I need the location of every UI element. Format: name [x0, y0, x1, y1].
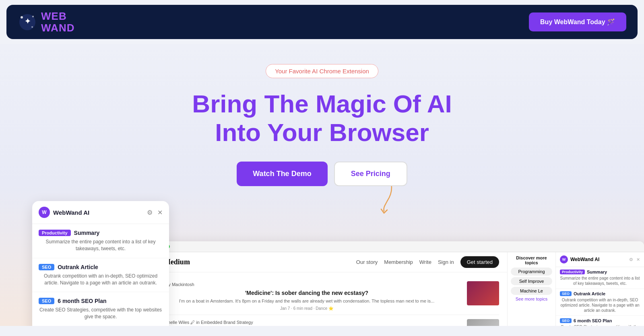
mini-productivity-tag: Productivity — [560, 270, 585, 274]
article-meta: Jan 7 · 6 min read · Dance ⭐ — [153, 306, 460, 311]
widget-title-area: W WebWand AI — [39, 207, 89, 218]
table-row: Michelle Wiles 🖊 in Embedded Brand Strat… — [153, 315, 499, 326]
list-item: Productivity Summary Summarize the entir… — [556, 267, 644, 289]
mini-item-title: Summary — [587, 270, 607, 274]
mini-seo-tag: SEO — [560, 291, 572, 296]
mini-item-title: Outrank Article — [574, 291, 605, 296]
mini-widget-title-area: W WebWand AI — [560, 255, 599, 263]
svg-point-4 — [31, 26, 33, 28]
mini-item-header: SEO 6 month SEO Plan — [560, 318, 640, 323]
membership-link[interactable]: Membership — [384, 259, 413, 265]
productivity-tag: Productivity — [39, 230, 71, 236]
logo-name: WEB WAND — [41, 10, 74, 33]
mini-widget-controls: ⚙ ✕ — [629, 257, 640, 262]
item-desc: Create SEO Strategies, competitive with … — [39, 307, 163, 320]
article-excerpt: I'm on a boat in Amsterdam. It's 8pm on … — [153, 298, 460, 304]
mini-item-header: SEO Outrank Article — [560, 291, 640, 296]
list-item: SEO Outrank Article Outrank competition … — [556, 289, 644, 316]
widget-controls: ⚙ ✕ — [147, 209, 163, 216]
item-desc: Summarize the entire page content into a… — [39, 239, 163, 252]
close-icon[interactable]: ✕ — [157, 209, 163, 216]
settings-icon[interactable]: ⚙ — [147, 209, 153, 216]
see-more-topics-link[interactable]: See more topics — [511, 297, 552, 301]
item-header: Productivity Summary — [39, 230, 163, 236]
mini-item-header: Productivity Summary — [560, 270, 640, 274]
list-item: SEO Outrank Article Outrank competition … — [32, 258, 169, 292]
svg-point-3 — [32, 16, 34, 17]
discover-title: Discover more topics — [511, 255, 552, 265]
hero-section: Your Favorite AI Chrome Extension Bring … — [0, 44, 644, 326]
svg-text:✦: ✦ — [25, 17, 31, 25]
our-story-link[interactable]: Our story — [356, 259, 378, 265]
mini-close-icon[interactable]: ✕ — [636, 257, 640, 262]
widget-header: W WebWand AI ⚙ ✕ — [32, 201, 169, 224]
article-title: 'Medicine': Is sober dancing the new ecs… — [153, 289, 460, 297]
item-title: Summary — [74, 230, 100, 236]
navbar: ✦ WEB WAND Buy WebWand Today 🪄 — [6, 5, 638, 39]
article-text: Polly Mackintosh 'Medicine': Is sober da… — [153, 281, 460, 311]
browser-screenshot: ●▮ Medium Our story Membership Write Sig… — [145, 241, 644, 326]
hero-buttons: Watch The Demo See Pricing — [8, 162, 636, 186]
item-header: SEO 6 month SEO Plan — [39, 298, 163, 304]
watch-demo-button[interactable]: Watch The Demo — [237, 162, 327, 186]
hero-title: Bring The Magic Of AI Into Your Browser — [8, 89, 636, 147]
article-author: Polly Mackintosh — [153, 281, 460, 288]
hero-badge: Your Favorite AI Chrome Extension — [266, 64, 378, 78]
list-item: Productivity Summary Summarize the entir… — [32, 224, 169, 258]
medium-articles: Polly Mackintosh 'Medicine': Is sober da… — [145, 272, 507, 326]
browser-content: ●▮ Medium Our story Membership Write Sig… — [145, 252, 644, 326]
article-author: Michelle Wiles 🖊 in Embedded Brand Strat… — [153, 319, 460, 326]
buy-button[interactable]: Buy WebWand Today 🪄 — [529, 12, 626, 31]
article-image — [467, 319, 499, 326]
mini-item-title: 6 month SEO Plan — [574, 318, 612, 323]
mini-widget-name: WebWand AI — [570, 257, 599, 262]
item-header: SEO Outrank Article — [39, 264, 163, 270]
table-row: Polly Mackintosh 'Medicine': Is sober da… — [153, 277, 499, 315]
seo-tag: SEO — [39, 264, 54, 270]
medium-page: ●▮ Medium Our story Membership Write Sig… — [145, 252, 507, 326]
logo-text: WEB WAND — [41, 10, 74, 33]
logo: ✦ WEB WAND — [18, 10, 74, 33]
item-title: Outrank Article — [58, 264, 98, 270]
article-image — [467, 281, 499, 305]
webwand-widget-panel: W WebWand AI ⚙ ✕ Productivity Summary Su… — [32, 201, 169, 326]
mini-widget-avatar: W — [560, 255, 568, 263]
mini-settings-icon[interactable]: ⚙ — [629, 257, 633, 262]
mini-widget-header: W WebWand AI ⚙ ✕ — [556, 252, 644, 267]
mini-item-desc: Summarize the entire page content into a… — [560, 276, 640, 286]
mini-webwand-widget: W WebWand AI ⚙ ✕ Productivity Summary Su… — [555, 252, 644, 326]
see-pricing-button[interactable]: See Pricing — [334, 162, 407, 186]
item-title: 6 month SEO Plan — [58, 298, 106, 304]
svg-point-2 — [21, 16, 23, 19]
logo-icon: ✦ — [18, 12, 37, 32]
seo-tag: SEO — [39, 298, 54, 304]
sign-in-link[interactable]: Sign in — [438, 259, 454, 265]
mini-item-desc: Outrank competition with an in-depth, SE… — [560, 297, 640, 313]
browser-bar — [145, 241, 644, 252]
widget-name: WebWand AI — [53, 209, 89, 216]
medium-nav-links: Our story Membership Write Sign in Get s… — [356, 256, 499, 268]
write-link[interactable]: Write — [419, 259, 431, 265]
discover-tag[interactable]: Self Improve — [511, 277, 552, 285]
discover-tag[interactable]: Programming — [511, 268, 552, 276]
item-desc: Outrank competition with an in-depth, SE… — [39, 273, 163, 286]
mini-seo-tag: SEO — [560, 318, 572, 323]
get-started-button[interactable]: Get started — [460, 256, 499, 268]
widget-avatar: W — [39, 207, 50, 218]
discover-tag[interactable]: Machine Le — [511, 287, 552, 295]
mini-item-desc: Create SEO Strategies, competitive with … — [560, 324, 640, 326]
discover-panel: Discover more topics Programming Self Im… — [507, 252, 555, 326]
list-item: SEO 6 month SEO Plan Create SEO Strategi… — [556, 316, 644, 326]
article-text: Michelle Wiles 🖊 in Embedded Brand Strat… — [153, 319, 460, 326]
medium-nav: ●▮ Medium Our story Membership Write Sig… — [145, 252, 507, 272]
list-item: SEO 6 month SEO Plan Create SEO Strategi… — [32, 292, 169, 326]
